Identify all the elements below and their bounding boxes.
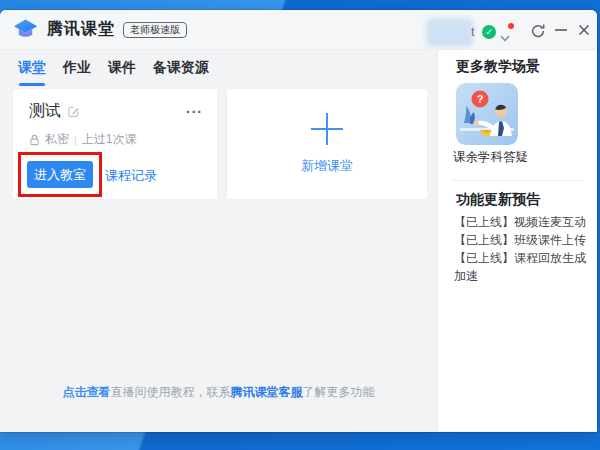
tab-classroom[interactable]: 课堂 [16,57,48,86]
titlebar: 腾讯课堂 老师极速版 t ✓ [0,10,597,50]
new-classroom-card[interactable]: 新增课堂 [226,88,428,200]
enter-classroom-button[interactable]: 进入教室 [27,161,93,188]
meta-separator: | [74,134,77,146]
tab-bar: 课堂 作业 课件 备课资源 [16,57,211,86]
tab-homework[interactable]: 作业 [61,57,93,86]
app-logo-icon [12,18,39,42]
scene-banner-image[interactable]: ? [456,83,518,145]
scene-caption: 课余学科答疑 [453,149,528,166]
updates-section-title: 功能更新预告 [456,191,540,209]
plus-icon [311,113,343,145]
lessons-count-label: 上过1次课 [82,131,137,148]
more-menu-button[interactable]: ··· [186,107,203,117]
course-title: 测试 [29,101,61,122]
main-area: 课堂 作业 课件 备课资源 测试 ··· [0,50,437,431]
chevron-down-icon[interactable] [500,28,510,46]
edition-badge: 老师极速版 [123,22,187,38]
sidebar: 更多教学场景 [437,50,597,431]
tab-prep-resources[interactable]: 备课资源 [151,57,211,86]
close-button[interactable] [577,23,591,37]
annotation-highlight: 进入教室 [18,152,102,197]
tab-courseware[interactable]: 课件 [106,57,138,86]
new-classroom-label: 新增课堂 [301,157,353,175]
contact-support-link[interactable]: 腾讯课堂客服 [231,385,303,399]
course-meta: 私密 | 上过1次课 [29,131,217,148]
course-card: 测试 ··· [12,88,218,200]
updates-list: 【已上线】视频连麦互动 【已上线】班级课件上传 【已上线】课程回放生成加速 [454,213,597,285]
update-item: 【已上线】课程回放生成加速 [454,249,597,285]
svg-text:?: ? [477,93,484,105]
footer-tip: 点击查看直播间使用教程，联系腾讯课堂客服了解更多功能 [0,384,437,401]
view-tutorial-link[interactable]: 点击查看 [63,385,111,399]
update-item: 【已上线】视频连麦互动 [454,213,597,231]
notification-dot [508,23,514,29]
edit-icon[interactable] [67,105,80,118]
course-records-link[interactable]: 课程记录 [105,167,157,185]
update-item: 【已上线】班级课件上传 [454,231,597,249]
app-title: 腾讯课堂 [47,19,115,40]
privacy-label: 私密 [45,131,69,148]
lock-icon [29,134,40,146]
refresh-icon [530,23,546,39]
scenes-section-title: 更多教学场景 [456,58,540,76]
minimize-icon [554,24,568,36]
tip-text-end: 了解更多功能 [303,385,375,399]
refresh-button[interactable] [530,23,546,39]
redacted-text-fragment: t [471,24,475,39]
minimize-button[interactable] [554,24,568,36]
app-window: 腾讯课堂 老师极速版 t ✓ 课堂 作业 课件 备课资源 [0,10,597,432]
redacted-account-area [429,21,470,44]
close-icon [577,23,591,37]
account-verified-icon[interactable]: ✓ [482,25,496,39]
tip-text-mid: 直播间使用教程，联系 [111,385,231,399]
sidebar-divider [453,180,583,181]
